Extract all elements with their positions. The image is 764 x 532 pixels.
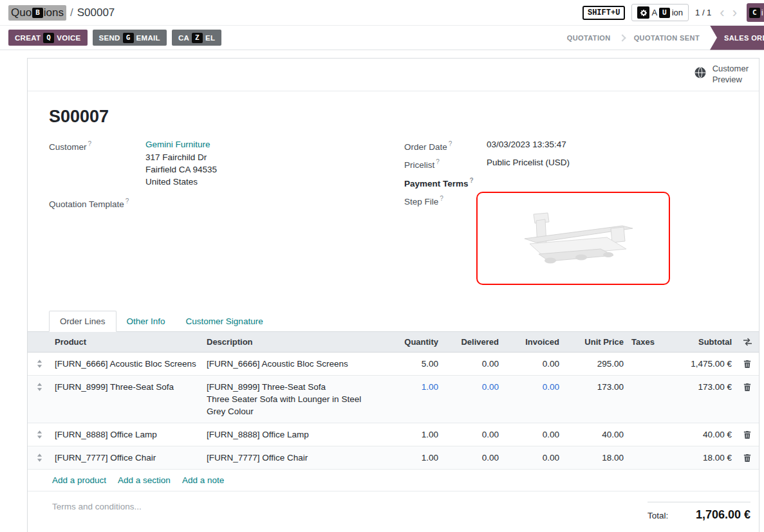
total-label: Total: <box>648 511 668 520</box>
status-quotation[interactable]: QUOTATION <box>557 34 621 42</box>
hotkey-badge: Z <box>192 33 203 43</box>
create-invoice-button[interactable]: CREATQVOICE <box>8 30 88 46</box>
description-line: Three Seater Sofa with Lounger in Steel … <box>207 393 374 417</box>
cell-subtotal: 18.00 € <box>660 446 736 469</box>
cell-quantity[interactable]: 1.00 <box>378 376 442 423</box>
tab-other-info[interactable]: Other Info <box>116 311 176 331</box>
col-product[interactable]: Product <box>51 332 203 352</box>
cell-invoiced[interactable]: 0.00 <box>503 376 563 423</box>
send-email-label-prefix: SEND <box>99 34 120 42</box>
edge-button-label: i <box>761 8 763 17</box>
cell-product[interactable]: [FURN_7777] Office Chair <box>51 446 203 469</box>
cell-product[interactable]: [FURN_6666] Acoustic Bloc Screens <box>51 353 203 375</box>
cell-description[interactable]: [FURN_8999] Three-Seat SofaThree Seater … <box>203 376 378 423</box>
address-line: Fairfield CA 94535 <box>145 163 404 176</box>
page-title: S00007 <box>28 107 759 127</box>
col-delivered[interactable]: Delivered <box>442 332 503 352</box>
edge-create-button[interactable]: Ci <box>747 3 764 22</box>
cell-quantity[interactable]: 1.00 <box>378 423 442 446</box>
cell-delivered[interactable]: 0.00 <box>442 353 503 375</box>
breadcrumb-quotations-link[interactable]: QuoBions <box>8 5 66 21</box>
globe-icon <box>694 66 707 82</box>
cell-invoiced[interactable]: 0.00 <box>503 423 563 446</box>
customer-preview-link[interactable]: CustomerPreview <box>694 64 749 86</box>
cell-quantity[interactable]: 1.00 <box>378 446 442 469</box>
cell-delivered[interactable]: 0.00 <box>442 376 503 423</box>
send-email-button[interactable]: SENDGEMAIL <box>93 30 167 46</box>
drag-handle-icon[interactable] <box>28 446 51 469</box>
sheet-bottom: Terms and conditions... Total: 1,706.00 … <box>28 491 759 522</box>
cell-unit-price[interactable]: 18.00 <box>563 446 628 469</box>
cell-description[interactable]: [FURN_7777] Office Chair <box>203 446 378 469</box>
cell-taxes[interactable] <box>628 353 660 375</box>
pager-next-button[interactable]: › <box>729 6 740 19</box>
customer-field-label: Customer? <box>49 140 145 152</box>
hotkey-badge: Q <box>43 33 54 43</box>
notebook-tabs: Order LinesOther InfoCustomer Signature <box>28 311 759 332</box>
add-a-section-link[interactable]: Add a section <box>118 475 171 485</box>
col-taxes[interactable]: Taxes <box>628 332 660 352</box>
col-invoiced[interactable]: Invoiced <box>503 332 563 352</box>
cell-unit-price[interactable]: 40.00 <box>563 423 628 446</box>
pager-prev-button[interactable]: ‹ <box>716 6 727 19</box>
pricelist-value[interactable]: Public Pricelist (USD) <box>487 158 738 167</box>
optional-columns-icon[interactable] <box>736 332 759 352</box>
add-a-note-link[interactable]: Add a note <box>182 475 224 485</box>
cell-taxes[interactable] <box>628 376 660 423</box>
col-description[interactable]: Description <box>203 332 378 352</box>
cell-unit-price[interactable]: 295.00 <box>563 353 628 375</box>
cell-delivered[interactable]: 0.00 <box>442 423 503 446</box>
drag-handle-icon[interactable] <box>28 376 51 423</box>
tab-order-lines[interactable]: Order Lines <box>49 311 116 332</box>
sheet-header: CustomerPreview <box>28 59 759 91</box>
total-value: 1,706.00 € <box>696 508 750 522</box>
cell-delivered[interactable]: 0.00 <box>442 446 503 469</box>
cell-taxes[interactable] <box>628 423 660 446</box>
order-line-row[interactable]: [FURN_7777] Office Chair[FURN_7777] Offi… <box>28 446 759 470</box>
breadcrumb-parent-prefix: Quo <box>11 6 32 19</box>
status-sales-order[interactable]: SALES ORDER <box>710 26 764 50</box>
order-date-value[interactable]: 03/03/2023 13:35:47 <box>487 140 738 149</box>
cancel-button[interactable]: CAZEL <box>172 30 221 46</box>
cell-unit-price[interactable]: 173.00 <box>563 376 628 423</box>
cell-taxes[interactable] <box>628 446 660 469</box>
customer-value-link[interactable]: Gemini Furniture <box>145 140 404 149</box>
order-line-row[interactable]: [FURN_8888] Office Lamp[FURN_8888] Offic… <box>28 423 759 446</box>
add-a-product-link[interactable]: Add a product <box>52 475 106 485</box>
breadcrumb-current: S00007 <box>77 6 115 19</box>
action-buttons: CREATQVOICE SENDGEMAIL CAZEL <box>8 30 221 46</box>
order-lines-header: Product Description Quantity Delivered I… <box>28 332 759 353</box>
cell-subtotal: 1,475.00 € <box>660 353 736 375</box>
breadcrumb-separator: / <box>70 6 73 19</box>
create-invoice-label-suffix: VOICE <box>57 34 80 42</box>
terms-placeholder[interactable]: Terms and conditions... <box>52 502 142 522</box>
col-unit-price[interactable]: Unit Price <box>563 332 628 352</box>
col-handle <box>28 332 51 352</box>
order-line-row[interactable]: [FURN_8999] Three-Seat Sofa[FURN_8999] T… <box>28 376 759 423</box>
cell-invoiced[interactable]: 0.00 <box>503 446 563 469</box>
order-line-row[interactable]: [FURN_6666] Acoustic Bloc Screens[FURN_6… <box>28 353 759 376</box>
field-group-left: Customer? Gemini Furniture 317 Fairchild… <box>49 140 404 216</box>
delete-row-icon[interactable] <box>736 353 759 375</box>
cell-description[interactable]: [FURN_6666] Acoustic Bloc Screens <box>203 353 378 375</box>
col-subtotal[interactable]: Subtotal <box>660 332 736 352</box>
cell-invoiced[interactable]: 0.00 <box>503 353 563 375</box>
delete-row-icon[interactable] <box>736 446 759 469</box>
status-quotation-sent[interactable]: QUOTATION SENT <box>624 34 710 42</box>
drag-handle-icon[interactable] <box>28 353 51 375</box>
step-file-image-field[interactable] <box>476 192 670 285</box>
cell-description[interactable]: [FURN_8888] Office Lamp <box>203 423 378 446</box>
delete-row-icon[interactable] <box>736 376 759 423</box>
record-pager: 1 / 1 ‹ › <box>695 6 740 19</box>
delete-row-icon[interactable] <box>736 423 759 446</box>
cell-product[interactable]: [FURN_8888] Office Lamp <box>51 423 203 446</box>
pager-value: 1 / 1 <box>695 8 711 17</box>
col-quantity[interactable]: Quantity <box>378 332 442 352</box>
cell-product[interactable]: [FURN_8999] Three-Seat Sofa <box>51 376 203 423</box>
drag-handle-icon[interactable] <box>28 423 51 446</box>
description-line: [FURN_8999] Three-Seat Sofa <box>207 381 374 393</box>
tab-customer-signature[interactable]: Customer Signature <box>176 311 274 331</box>
action-label-prefix: A <box>651 8 657 17</box>
cell-quantity[interactable]: 5.00 <box>378 353 442 375</box>
action-menu-button[interactable]: AUion <box>631 4 689 21</box>
